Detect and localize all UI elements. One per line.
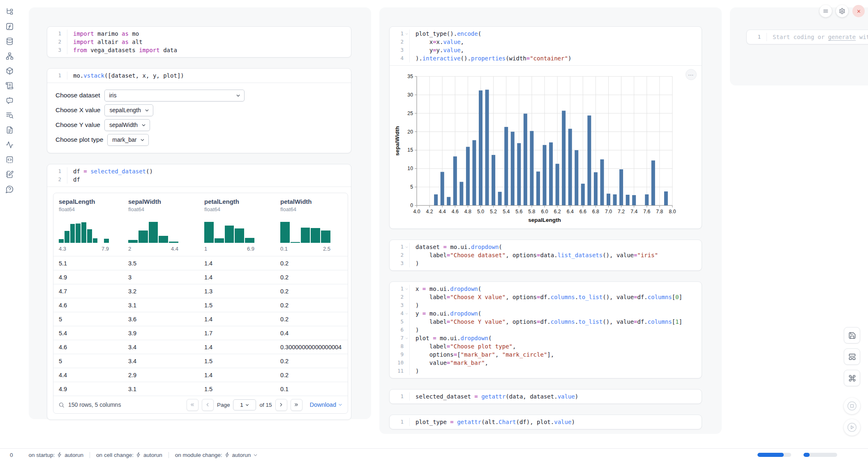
svg-text:7.2: 7.2 (618, 209, 625, 214)
table-cell: 1.4 (199, 316, 275, 323)
memory-usage-bar (757, 453, 791, 457)
page-select[interactable]: 1 (233, 399, 256, 410)
choose-plot-type-select[interactable]: mark_bar (107, 134, 149, 146)
code-editor[interactable]: 1import marimo as mo2import altair as al… (47, 27, 351, 57)
table-cell: 4.9 (53, 386, 123, 392)
svg-text:7.6: 7.6 (643, 209, 650, 214)
file-tree-icon[interactable] (5, 7, 14, 16)
table-row[interactable]: 5.13.51.40.2setosa (53, 256, 348, 270)
table-cell: 5 (53, 316, 123, 323)
table-row[interactable]: 5.43.91.70.4setosa (53, 326, 348, 340)
download-button[interactable]: Download (310, 401, 343, 408)
packages-icon[interactable] (5, 66, 14, 76)
search-list-icon[interactable] (5, 111, 14, 120)
next-page-button[interactable] (275, 399, 287, 411)
column-header-sepalLength[interactable]: sepalLengthfloat644.37.9 (53, 198, 123, 256)
code-editor[interactable]: 1dataset = mo.ui.dropdown(2 label="Choos… (390, 240, 702, 270)
layout-button[interactable] (844, 348, 860, 365)
column-header-petalLength[interactable]: petalLengthfloat6416.9 (199, 198, 275, 256)
runtime-mode: autorun (65, 452, 83, 458)
fold-icon[interactable] (404, 337, 409, 340)
workspace: 1import marimo as mo2import altair as al… (19, 0, 868, 434)
dataframe-table: sepalLengthfloat644.37.9sepalWidthfloat6… (53, 193, 348, 414)
table-cell: 0.1 (275, 386, 348, 392)
svg-text:4.2: 4.2 (426, 209, 433, 214)
table-cell: 1.7 (199, 330, 275, 337)
functions-icon[interactable] (5, 22, 14, 31)
column-header-sepalWidth[interactable]: sepalWidthfloat6424.4 (123, 198, 199, 256)
prev-page-button[interactable] (202, 399, 214, 411)
code-block-icon[interactable] (5, 155, 14, 164)
logs-icon[interactable] (5, 81, 14, 90)
status-right (751, 453, 868, 457)
scratchpad-icon[interactable] (5, 170, 14, 179)
table-cell: 0.30000000000000004 (275, 344, 348, 350)
line-number: 7 (393, 334, 404, 342)
fold-icon[interactable] (404, 245, 409, 249)
settings-button[interactable] (836, 5, 848, 17)
runtime-config-2[interactable]: on cell change:autorun (96, 452, 162, 458)
svg-text:sepalLength: sepalLength (528, 217, 561, 223)
code-placeholder[interactable]: Start coding or generate with (767, 33, 868, 41)
table-cell: 5.4 (53, 330, 123, 337)
dependency-graph-icon[interactable] (5, 51, 14, 61)
code-editor[interactable]: 1plot_type().encode(2 x=x.value,3 y=y.va… (390, 27, 702, 65)
table-cell: 0.2 (275, 288, 348, 295)
code-editor[interactable]: 1mo.vstack([dataset, x, y, plot]) (47, 69, 351, 83)
choose-y-value-select[interactable]: sepalWidth (104, 119, 150, 131)
close-button[interactable] (852, 5, 865, 17)
line-number: 1 (393, 285, 404, 293)
runtime-config-3[interactable]: on module change:autorun (175, 452, 259, 458)
svg-text:7.4: 7.4 (630, 209, 637, 214)
code-editor[interactable]: 1Start coding or generate with (747, 30, 868, 44)
dropdown-row: Choose Y valuesepalWidth (55, 118, 343, 132)
svg-text:4.6: 4.6 (452, 209, 459, 214)
line-number: 3 (393, 301, 404, 309)
table-row[interactable]: 4.931.40.2setosa (53, 270, 348, 284)
fold-icon[interactable] (404, 32, 409, 36)
database-icon[interactable] (5, 37, 14, 46)
fold-icon[interactable] (404, 287, 409, 291)
svg-text:sepalWidth: sepalWidth (395, 126, 400, 156)
runtime-config-1[interactable]: on startup:autorun (29, 452, 84, 458)
tracing-icon[interactable] (5, 140, 14, 150)
svg-text:5: 5 (410, 184, 413, 190)
dropdown-row: Choose plot typemark_bar (55, 132, 343, 147)
table-cell: 0.2 (275, 274, 348, 281)
fold-icon[interactable] (404, 312, 409, 316)
table-row[interactable]: 4.73.21.30.2setosa (53, 284, 348, 298)
code-editor[interactable]: 1selected_dataset = getattr(data, datase… (390, 390, 702, 403)
first-page-button[interactable] (187, 399, 199, 411)
table-row[interactable]: 4.42.91.40.2setosa (53, 368, 348, 382)
code-editor[interactable]: 1df = selected_dataset()2df (47, 164, 351, 187)
run-button[interactable] (844, 419, 860, 436)
search-icon[interactable] (58, 402, 65, 408)
line-number: 2 (393, 38, 404, 46)
last-page-button[interactable] (291, 399, 302, 411)
choose-x-value-select[interactable]: sepalLength (104, 104, 153, 116)
notebook-column-3: 1Start coding or generate with (730, 7, 868, 85)
stop-button[interactable] (844, 398, 860, 414)
chat-icon[interactable] (5, 96, 14, 105)
table-row[interactable]: 4.93.11.50.1setosa (53, 382, 348, 396)
choose-dataset-select[interactable]: iris (104, 90, 245, 101)
docs-icon[interactable] (5, 125, 14, 135)
save-button[interactable] (844, 327, 860, 343)
chart-menu-button[interactable]: ⋯ (686, 69, 697, 80)
code-editor[interactable]: 1plot_type = getattr(alt.Chart(df), plot… (390, 415, 702, 429)
menu-button[interactable] (820, 5, 832, 17)
generate-with-ai-link[interactable]: generate (828, 34, 856, 40)
helper-panel-rail (0, 0, 19, 456)
table-row[interactable]: 53.61.40.2setosa (53, 312, 348, 326)
table-row[interactable]: 4.63.41.40.30000000000000004setosa (53, 340, 348, 354)
column-header-petalWidth[interactable]: petalWidthfloat640.12.5 (275, 198, 348, 256)
table-row[interactable]: 4.63.11.50.2setosa (53, 298, 348, 312)
help-icon[interactable] (5, 184, 14, 194)
svg-text:5.6: 5.6 (515, 209, 522, 214)
table-row[interactable]: 53.41.50.2setosa (53, 354, 348, 368)
keyboard-shortcuts-button[interactable] (844, 370, 860, 386)
column-histogram (280, 218, 330, 243)
altair-bar-chart[interactable]: 4.04.24.44.64.85.05.25.45.65.86.06.26.46… (395, 71, 678, 224)
cpu-usage-bar (803, 453, 837, 457)
code-editor[interactable]: 1x = mo.ui.dropdown(2 label="Choose X va… (390, 282, 702, 378)
